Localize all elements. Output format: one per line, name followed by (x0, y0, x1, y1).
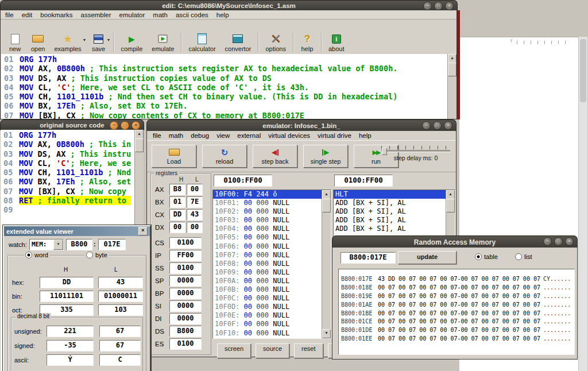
disasm-row[interactable]: ADD [BX + SI], AL (334, 199, 446, 207)
calculator-button[interactable]: calculator (184, 30, 220, 55)
value-bin--high-value[interactable]: 11011101 (40, 291, 94, 302)
load-button[interactable]: Load (152, 145, 196, 168)
value-oct--low-value[interactable]: 103 (98, 304, 143, 316)
memory-dump-listbox[interactable]: B800:017E43 DD 00 07 00 07 00 07-00 07 0… (338, 269, 575, 355)
memory-row[interactable]: 10F04: 00 000 NULL (213, 225, 322, 233)
register-AX-low[interactable]: 00 (187, 184, 203, 195)
chevron-down-icon[interactable] (53, 239, 63, 250)
screen-button[interactable]: screen (217, 343, 251, 358)
code-line-05[interactable]: 05MOV CH, 1101_1101b ; Nnd then set CH t… (1, 92, 447, 101)
disasm-row[interactable]: ADD [BX + SI], AL (334, 216, 446, 225)
code-line-04[interactable]: 04MOV CL, 'C'; Here, we se (1, 159, 135, 168)
register-BX-high[interactable]: 01 (169, 196, 185, 208)
code-line-08[interactable]: 08RET ; finally return to (1, 196, 135, 205)
decimal-ascii--high-value[interactable]: Ý (47, 354, 94, 366)
update-button[interactable]: update (398, 251, 457, 264)
register-CX-high[interactable]: DD (169, 209, 185, 221)
edit-titlebar[interactable]: edit: C:\emu8086\MySource\Infosec_1.asm (0, 0, 458, 11)
disasm-row[interactable]: HLT (334, 190, 446, 199)
code-line-07[interactable]: 07MOV [BX], CX ; Now copy (1, 187, 135, 196)
memory-row[interactable]: 10F08: 00 000 NULL (213, 260, 322, 268)
decimal-unsigned--high-value[interactable]: 221 (47, 326, 94, 337)
memory-dump-row[interactable]: B800:01BE00 07 00 07 00 07 00 07-00 07 0… (341, 310, 573, 318)
code-line-07[interactable]: 07MOV [BX], CX ; Now copy contents of CX… (1, 111, 447, 119)
value-viewer-titlebar[interactable]: extended value viewer (4, 226, 150, 236)
help-button[interactable]: help (296, 30, 319, 55)
options-button[interactable]: options (261, 30, 290, 55)
register-DX-low[interactable]: 00 (187, 222, 203, 233)
disasm-row[interactable]: ADD [BX + SI], AL (334, 207, 446, 216)
maximize-button[interactable] (433, 121, 442, 130)
memory-row[interactable]: 10F06: 00 000 NULL (213, 242, 322, 251)
register-IP-value[interactable]: FF00 (169, 250, 202, 261)
emulate-button[interactable]: emulate (147, 30, 179, 55)
maximize-button[interactable] (434, 2, 443, 10)
menu-file[interactable]: file (5, 11, 14, 18)
disassembly-address-field[interactable]: 0100:FF00 (334, 175, 393, 187)
memory-row[interactable]: 10F0A: 00 000 NULL (213, 277, 322, 285)
single-step-button[interactable]: single step (303, 145, 348, 168)
scrollbar-thumb[interactable] (135, 138, 144, 152)
register-SI-value[interactable]: 0000 (169, 300, 202, 312)
code-line-03[interactable]: 03MOV DS, AX ; This instruction copies v… (1, 74, 447, 83)
register-SS-value[interactable]: 0100 (169, 262, 202, 274)
minimize-button[interactable] (543, 237, 552, 246)
menu-bookmarks[interactable]: bookmarks (40, 11, 72, 18)
value-bin--low-value[interactable]: 01000011 (98, 291, 143, 302)
menu-ascii-codes[interactable]: ascii codes (176, 11, 208, 18)
memory-listbox[interactable]: 10F00: F4 244 ô10F01: 00 000 NULL10F02: … (212, 190, 331, 339)
save-button[interactable]: save (87, 30, 110, 55)
memory-dump-row[interactable]: B800:01CE00 07 00 07 00 07 00 07-00 07 0… (341, 318, 573, 326)
about-button[interactable]: about (324, 30, 349, 55)
decimal-signed--high-value[interactable]: -35 (47, 340, 94, 351)
watch-source-select[interactable]: MEM: (29, 239, 64, 250)
compile-button[interactable]: compile (116, 30, 147, 55)
memory-address-field[interactable]: 0100:FF00 (214, 175, 272, 187)
memory-dump-row[interactable]: B800:018E00 07 00 07 00 07 00 07-00 07 0… (341, 284, 573, 292)
code-line-04[interactable]: 04MOV CL, 'C'; Here, we set CL to ASCII … (1, 83, 447, 92)
value-hex--low-value[interactable]: 43 (98, 277, 143, 288)
examples-button[interactable]: examples (49, 30, 86, 55)
memory-scrollbar[interactable] (322, 190, 331, 338)
menu-math[interactable]: math (153, 11, 168, 18)
scrollbar-thumb[interactable] (322, 199, 331, 212)
minimize-button[interactable] (423, 2, 432, 10)
convertor-button[interactable]: convertor (220, 30, 256, 55)
byte-radio[interactable]: byte (84, 252, 109, 258)
slider-thumb[interactable] (382, 148, 387, 155)
memory-dump-row[interactable]: B800:019E00 07 00 07 00 07 00 07-00 07 0… (341, 292, 573, 301)
memory-row[interactable]: 10F0F: 00 000 NULL (213, 320, 322, 329)
scroll-up-arrow-icon[interactable] (135, 130, 144, 139)
scroll-up-arrow-icon[interactable] (322, 190, 331, 199)
code-line-05[interactable]: 05MOV CH, 1101_1101b ; Nnd (1, 168, 135, 177)
code-line-01[interactable]: 01ORG 177h (1, 55, 447, 64)
memory-row[interactable]: 10F0E: 00 000 NULL (213, 311, 322, 320)
menu-help[interactable]: help (216, 11, 229, 18)
original-source-titlebar[interactable]: original source code (0, 119, 144, 130)
list-radio[interactable]: list (515, 253, 532, 260)
step-delay-slider[interactable]: step delay ms: 0 (381, 146, 450, 161)
minimize-button[interactable] (110, 121, 118, 130)
minimize-button[interactable] (422, 121, 431, 130)
menu-edit[interactable]: edit (22, 11, 33, 18)
memory-row[interactable]: 10F05: 00 000 NULL (213, 233, 322, 242)
background-scrollbar[interactable] (578, 37, 587, 371)
edit-code-scrollbar[interactable] (447, 54, 457, 119)
code-line-06[interactable]: 06MOV BX, 17Eh ; Also, set BX to 17Eh. (1, 101, 447, 110)
source-button[interactable]: source (256, 343, 289, 358)
register-BP-value[interactable]: 0000 (169, 288, 202, 299)
scroll-up-arrow-icon[interactable] (446, 190, 455, 199)
register-CS-value[interactable]: 0100 (169, 237, 202, 249)
close-button[interactable] (138, 227, 148, 235)
memory-row[interactable]: 10F0C: 00 000 NULL (213, 294, 322, 303)
memory-dump-row[interactable]: B800:01EE00 07 00 07 00 07 00 07-00 07 0… (341, 335, 573, 343)
memory-dump-row[interactable]: B800:017E43 DD 00 07 00 07 00 07-00 07 0… (341, 275, 573, 284)
memory-row[interactable]: 10F09: 00 000 NULL (213, 268, 322, 277)
register-AX-high[interactable]: B8 (169, 184, 185, 195)
table-radio[interactable]: table (475, 253, 498, 260)
disasm-row[interactable]: ADD [BX + SI], AL (334, 225, 446, 233)
open-button[interactable]: open (26, 30, 49, 55)
menu-assembler[interactable]: assembler (81, 11, 111, 18)
reload-button[interactable]: reload (202, 145, 247, 168)
maximize-button[interactable] (121, 121, 129, 130)
